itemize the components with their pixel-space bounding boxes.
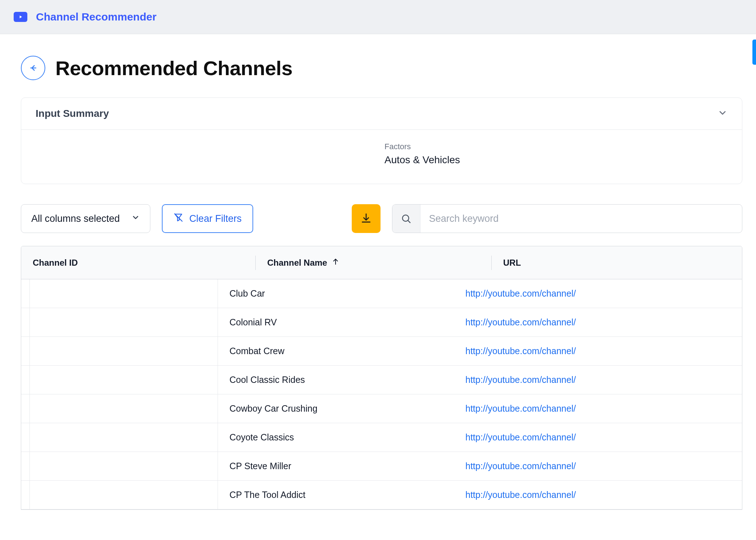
table-row[interactable]: Combat Crewhttp://youtube.com/channel/ bbox=[21, 337, 742, 366]
input-summary-toggle[interactable]: Input Summary bbox=[21, 98, 742, 130]
channel-link[interactable]: http://youtube.com/channel/ bbox=[465, 288, 576, 298]
page-header: Recommended Channels bbox=[21, 56, 742, 80]
chevron-down-icon bbox=[718, 108, 728, 119]
cell-channel-name: Colonial RV bbox=[218, 317, 454, 328]
app-title[interactable]: Channel Recommender bbox=[36, 11, 156, 23]
filter-off-icon bbox=[173, 212, 183, 225]
page-title: Recommended Channels bbox=[55, 56, 292, 80]
cell-url: http://youtube.com/channel/ bbox=[454, 432, 742, 443]
toolbar: All columns selected Clear Filters bbox=[21, 204, 742, 233]
input-summary-card: Input Summary Factors Autos & Vehicles bbox=[21, 97, 742, 184]
channel-link[interactable]: http://youtube.com/channel/ bbox=[465, 403, 576, 413]
cell-url: http://youtube.com/channel/ bbox=[454, 346, 742, 356]
cell-channel-name: CP The Tool Addict bbox=[218, 490, 454, 500]
table-row[interactable]: Cowboy Car Crushinghttp://youtube.com/ch… bbox=[21, 394, 742, 423]
cell-url: http://youtube.com/channel/ bbox=[454, 403, 742, 414]
clear-filters-label: Clear Filters bbox=[189, 213, 242, 224]
channel-link[interactable]: http://youtube.com/channel/ bbox=[465, 346, 576, 356]
columns-select-label: All columns selected bbox=[31, 213, 120, 224]
cell-channel-name: Coyote Classics bbox=[218, 432, 454, 443]
table-row[interactable]: Club Carhttp://youtube.com/channel/ bbox=[21, 279, 742, 308]
search-icon bbox=[392, 205, 420, 233]
col-header-channel-id[interactable]: Channel ID bbox=[21, 258, 256, 268]
channel-link[interactable]: http://youtube.com/channel/ bbox=[465, 432, 576, 442]
back-button[interactable] bbox=[21, 56, 45, 80]
cell-url: http://youtube.com/channel/ bbox=[454, 317, 742, 328]
col-header-channel-name[interactable]: Channel Name bbox=[256, 258, 492, 268]
table-header-row: Channel ID Channel Name URL bbox=[21, 246, 742, 279]
cell-channel-name: Cowboy Car Crushing bbox=[218, 403, 454, 414]
factors-label: Factors bbox=[384, 142, 728, 151]
cell-channel-name: CP Steve Miller bbox=[218, 461, 454, 471]
sort-asc-icon bbox=[332, 258, 340, 268]
cell-channel-name: Cool Classic Rides bbox=[218, 375, 454, 385]
download-icon bbox=[360, 212, 372, 225]
search-input[interactable] bbox=[420, 213, 742, 224]
youtube-icon bbox=[14, 12, 27, 22]
factors-value: Autos & Vehicles bbox=[384, 154, 728, 166]
input-summary-heading: Input Summary bbox=[36, 108, 109, 119]
table-body: Club Carhttp://youtube.com/channel/Colon… bbox=[21, 279, 742, 509]
col-header-url[interactable]: URL bbox=[492, 258, 742, 268]
cell-channel-name: Club Car bbox=[218, 288, 454, 299]
chevron-down-icon bbox=[131, 213, 140, 224]
topbar: Channel Recommender bbox=[0, 0, 756, 34]
cell-url: http://youtube.com/channel/ bbox=[454, 375, 742, 385]
channel-link[interactable]: http://youtube.com/channel/ bbox=[465, 490, 576, 500]
cell-url: http://youtube.com/channel/ bbox=[454, 490, 742, 500]
table-row[interactable]: Cool Classic Rideshttp://youtube.com/cha… bbox=[21, 366, 742, 394]
cell-url: http://youtube.com/channel/ bbox=[454, 461, 742, 471]
channel-link[interactable]: http://youtube.com/channel/ bbox=[465, 317, 576, 327]
columns-select[interactable]: All columns selected bbox=[21, 204, 150, 233]
table-row[interactable]: Colonial RVhttp://youtube.com/channel/ bbox=[21, 308, 742, 337]
cell-url: http://youtube.com/channel/ bbox=[454, 288, 742, 299]
table-row[interactable]: Coyote Classicshttp://youtube.com/channe… bbox=[21, 423, 742, 452]
channels-table: Channel ID Channel Name URL Club Carhttp… bbox=[21, 246, 742, 510]
channel-link[interactable]: http://youtube.com/channel/ bbox=[465, 375, 576, 385]
table-row[interactable]: CP Steve Millerhttp://youtube.com/channe… bbox=[21, 452, 742, 481]
download-button[interactable] bbox=[352, 204, 381, 233]
table-row[interactable]: CP The Tool Addicthttp://youtube.com/cha… bbox=[21, 481, 742, 509]
clear-filters-button[interactable]: Clear Filters bbox=[162, 204, 253, 233]
input-summary-body: Factors Autos & Vehicles bbox=[21, 130, 742, 184]
search-wrap bbox=[392, 204, 742, 233]
cell-channel-name: Combat Crew bbox=[218, 346, 454, 356]
channel-link[interactable]: http://youtube.com/channel/ bbox=[465, 461, 576, 471]
